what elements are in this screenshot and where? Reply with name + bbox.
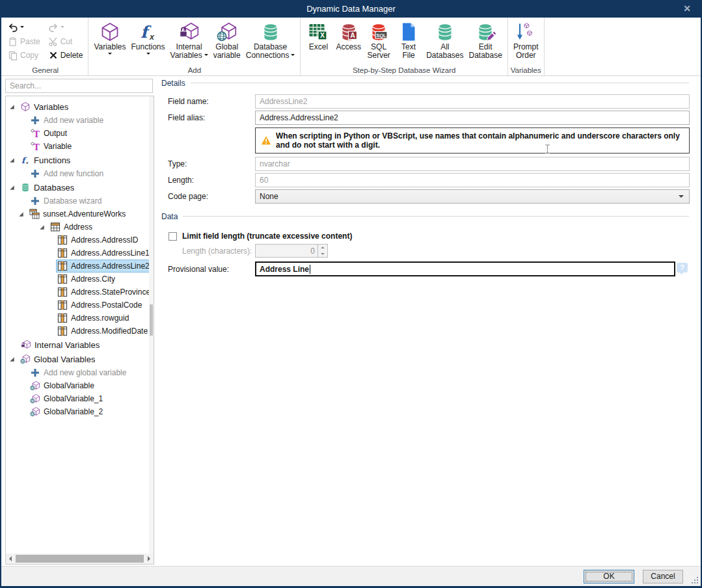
scroll-left-icon[interactable] (7, 554, 14, 563)
functions-button[interactable]: f x Functions (129, 20, 168, 58)
global-variable-button[interactable]: Globalvariable (211, 20, 243, 61)
spin-up-icon[interactable] (318, 245, 327, 251)
expander-icon[interactable] (39, 224, 49, 230)
tree-item-sunset-adventureworks[interactable]: sunset.AdventureWorks (6, 207, 154, 220)
column-icon (57, 287, 68, 297)
undo-button[interactable] (8, 21, 40, 34)
expander-icon[interactable] (18, 211, 28, 217)
ribbon-group-variables: PromptOrderVariables (508, 18, 545, 75)
cube-globe-icon (216, 21, 238, 43)
sql-server-button[interactable]: SQL SQLServer (364, 20, 394, 61)
all-databases-button[interactable]: AllDatabases (424, 20, 466, 61)
warning-icon (261, 135, 271, 146)
fx-icon: f x (137, 21, 159, 43)
tree-item-add-new-function[interactable]: Add new function (6, 167, 154, 180)
spin-down-icon[interactable] (318, 251, 327, 258)
limit-field-length-checkbox[interactable] (169, 232, 177, 241)
tree-item-address-modifieddate[interactable]: Address.ModifiedDate (6, 325, 154, 338)
ok-button[interactable]: OK (584, 570, 634, 583)
expander-icon[interactable] (9, 103, 19, 110)
length-characters-input[interactable]: 0 (255, 244, 318, 258)
copy-button[interactable]: Copy (8, 48, 40, 62)
cut-button[interactable]: Cut (48, 34, 83, 48)
tree-item-globalvariable-2[interactable]: GlobalVariable_2 (6, 405, 154, 418)
field-alias-label: Field alias: (168, 113, 254, 122)
horizontal-scrollbar[interactable] (6, 554, 154, 564)
excel-button[interactable]: X Excel (303, 20, 333, 53)
vertical-scrollbar[interactable] (149, 96, 154, 554)
search-input[interactable] (5, 79, 153, 93)
tree-item-address-stateprovinceid[interactable]: Address.StateProvinceID (6, 286, 154, 299)
scripting-warning: When scripting in Python or VBScript, us… (255, 127, 690, 154)
tree-item-globalvariable[interactable]: GlobalVariable (6, 379, 154, 392)
text-file-button[interactable]: TextFile (394, 20, 424, 61)
tree-item-databases[interactable]: Databases (6, 180, 154, 194)
tree-item-database-wizard[interactable]: Database wizard (6, 194, 154, 207)
tree-item-address-city[interactable]: Address.City (6, 273, 154, 286)
db-icon (20, 182, 31, 193)
help-icon[interactable]: ? (677, 263, 688, 273)
length-input[interactable] (255, 173, 690, 187)
tree-item-globalvariable-1[interactable]: GlobalVariable_1 (6, 392, 154, 405)
variables-button[interactable]: Variables (91, 20, 128, 58)
svg-text:X: X (320, 31, 325, 39)
redo-icon (48, 23, 59, 33)
close-icon[interactable]: ✕ (681, 3, 693, 15)
tree-item-output[interactable]: T Output (6, 127, 154, 140)
cube-lock-icon (21, 340, 31, 350)
cancel-button[interactable]: Cancel (643, 570, 683, 583)
database-connections-button[interactable]: DatabaseConnections (243, 20, 298, 61)
svg-text:T: T (34, 129, 40, 139)
tree-item-add-new-variable[interactable]: Add new variable (6, 114, 154, 127)
tree-item-address[interactable]: Address (6, 220, 154, 234)
access-button[interactable]: A Access (333, 20, 364, 53)
resize-grip[interactable] (690, 575, 699, 584)
cube-globe-icon (20, 354, 31, 364)
tree-item-address-addressline2[interactable]: Address.AddressLine2 (6, 260, 154, 273)
ribbon-group-label: General (3, 66, 88, 74)
prompt-order-icon (515, 21, 537, 43)
chevron-down-icon (679, 195, 684, 200)
tree-item-functions[interactable]: f x Functions (6, 153, 154, 167)
internal-variables-button[interactable]: InternalVariables (168, 20, 211, 61)
ribbon-group-label: Variables (508, 66, 544, 74)
field-alias-input[interactable] (255, 111, 690, 125)
svg-text:SQL: SQL (376, 33, 386, 38)
tree-item-internal-variables[interactable]: Internal Variables (6, 338, 154, 352)
window-title: Dynamic Data Manager (306, 4, 396, 14)
code-page-select[interactable]: None (255, 189, 690, 204)
cube-icon (99, 21, 121, 43)
db-icon (260, 21, 282, 43)
ribbon-group-label: Add (88, 66, 300, 74)
cube-globe-icon (30, 407, 40, 417)
tree-item-address-rowguid[interactable]: Address.rowguid (6, 312, 154, 325)
plus-icon (30, 368, 40, 378)
expander-icon[interactable] (9, 157, 19, 163)
data-section-header: Data (161, 211, 689, 221)
expander-icon[interactable] (9, 184, 19, 191)
field-name-input[interactable] (255, 94, 690, 109)
delete-button[interactable]: Delete (48, 48, 83, 62)
vertical-scrollbar-thumb[interactable] (150, 304, 153, 336)
scroll-right-icon[interactable] (145, 554, 153, 563)
tree-item-add-new-global-variable[interactable]: Add new global variable (6, 366, 154, 379)
expander-icon[interactable] (9, 356, 19, 362)
type-input[interactable] (255, 157, 690, 171)
horizontal-scrollbar-thumb[interactable] (16, 555, 144, 563)
provisional-value-input[interactable]: Address Line (255, 261, 675, 276)
tree-item-address-addressline1[interactable]: Address.AddressLine1 (6, 247, 154, 260)
tree-item-variable[interactable]: T Variable (6, 140, 154, 153)
redo-button[interactable] (48, 21, 83, 34)
tree-item-address-postalcode[interactable]: Address.PostalCode (6, 299, 154, 312)
cube-icon (20, 101, 31, 112)
column-icon (57, 235, 68, 245)
svg-text:T: T (34, 142, 40, 152)
field-name-label: Field name: (168, 97, 254, 106)
tree-item-address-addressid[interactable]: Address.AddressID (6, 234, 154, 247)
prompt-order-button[interactable]: PromptOrder (511, 20, 541, 61)
paste-button[interactable]: Paste (8, 34, 40, 48)
edit-database-button[interactable]: EditDatabase (466, 20, 505, 61)
footer-bar: OK Cancel (1, 566, 701, 586)
tree-item-global-variables[interactable]: Global Variables (6, 352, 154, 366)
tree-item-variables[interactable]: Variables (6, 100, 154, 114)
